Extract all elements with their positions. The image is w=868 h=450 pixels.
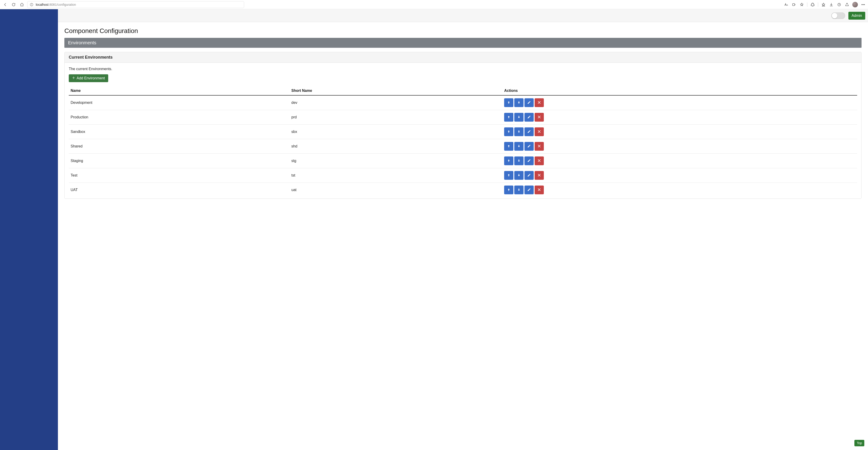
edit-button[interactable] — [524, 127, 534, 136]
card-header: Current Environments — [65, 52, 861, 63]
delete-button-icon — [537, 144, 541, 149]
edit-button[interactable] — [524, 156, 534, 165]
svg-point-7 — [863, 4, 863, 5]
cell-short-name: sbx — [289, 125, 502, 139]
card-body: The current Environments. Add Environmen… — [65, 63, 861, 199]
edit-button[interactable] — [524, 98, 534, 107]
edit-button[interactable] — [524, 171, 534, 180]
delete-button[interactable] — [535, 156, 544, 165]
text-size-icon[interactable] — [783, 2, 788, 7]
svg-point-8 — [864, 4, 865, 5]
extensions-icon[interactable] — [810, 2, 815, 7]
move-up-button[interactable] — [504, 171, 514, 180]
mode-toggle[interactable] — [831, 12, 845, 19]
toolbar-separator — [807, 3, 807, 7]
app-header: Admin — [58, 9, 868, 22]
browser-chrome: localhost:8081/configuration — [0, 0, 868, 9]
toolbar-separator — [818, 3, 818, 7]
delete-button[interactable] — [535, 171, 544, 180]
table-row: UATuat — [69, 183, 857, 197]
move-up-button-icon — [507, 159, 510, 163]
move-up-button[interactable] — [504, 142, 514, 151]
edit-button[interactable] — [524, 185, 534, 194]
move-up-button-icon — [507, 115, 510, 120]
column-header-name: Name — [69, 86, 289, 95]
move-up-button[interactable] — [504, 185, 514, 194]
cell-actions — [502, 183, 857, 197]
read-aloud-icon[interactable] — [792, 2, 797, 7]
move-up-button-icon — [507, 100, 510, 105]
cell-short-name: dev — [289, 95, 502, 110]
move-up-button-icon — [507, 144, 510, 149]
move-down-button[interactable] — [514, 127, 524, 136]
browser-toolbar-right — [783, 2, 866, 7]
scroll-to-top-button[interactable]: Top — [855, 440, 864, 446]
share-icon[interactable] — [844, 2, 849, 7]
delete-button-icon — [537, 188, 541, 192]
section-header-environments: Environments — [64, 38, 862, 48]
table-row: Testtst — [69, 168, 857, 183]
toggle-knob — [832, 13, 837, 19]
move-up-button-icon — [507, 130, 510, 134]
delete-button[interactable] — [535, 113, 544, 122]
favorite-star-icon[interactable] — [799, 2, 804, 7]
edit-button-icon — [527, 115, 531, 120]
move-down-button-icon — [517, 100, 521, 105]
back-button[interactable] — [2, 2, 8, 8]
app-root: Admin Component Configuration Environmen… — [0, 9, 868, 450]
move-up-button[interactable] — [504, 113, 514, 122]
svg-rect-3 — [793, 3, 795, 5]
edit-button[interactable] — [524, 142, 534, 151]
move-up-button[interactable] — [504, 98, 514, 107]
delete-button-icon — [537, 173, 541, 178]
move-down-button[interactable] — [514, 98, 524, 107]
cell-short-name: stg — [289, 154, 502, 168]
table-row: Stagingstg — [69, 154, 857, 168]
move-down-button[interactable] — [514, 171, 524, 180]
favorites-list-icon[interactable] — [821, 2, 826, 7]
move-up-button[interactable] — [504, 127, 514, 136]
move-down-button[interactable] — [514, 113, 524, 122]
table-row: Sharedshd — [69, 139, 857, 154]
delete-button[interactable] — [535, 98, 544, 107]
home-button[interactable] — [19, 2, 25, 8]
cell-name: Sandbox — [69, 125, 289, 139]
move-down-button[interactable] — [514, 156, 524, 165]
site-info-icon[interactable] — [30, 3, 33, 6]
add-environment-button[interactable]: Add Environment — [69, 74, 108, 82]
main-column: Admin Component Configuration Environmen… — [58, 9, 868, 450]
downloads-icon[interactable] — [829, 2, 834, 7]
environments-table: Name Short Name Actions DevelopmentdevPr… — [69, 86, 857, 197]
edit-button-icon — [527, 144, 531, 149]
edit-button-icon — [527, 188, 531, 192]
move-up-button[interactable] — [504, 156, 514, 165]
delete-button[interactable] — [535, 127, 544, 136]
move-down-button[interactable] — [514, 185, 524, 194]
profile-avatar[interactable] — [852, 2, 858, 7]
environments-card: Current Environments The current Environ… — [64, 52, 862, 199]
address-bar[interactable]: localhost:8081/configuration — [27, 1, 244, 8]
cell-short-name: uat — [289, 183, 502, 197]
cell-actions — [502, 154, 857, 168]
url-host: localhost — [36, 3, 49, 6]
delete-button[interactable] — [535, 142, 544, 151]
refresh-button[interactable] — [10, 2, 17, 8]
move-down-button-icon — [517, 115, 521, 120]
table-row: Developmentdev — [69, 95, 857, 110]
move-down-button-icon — [517, 144, 521, 149]
svg-point-6 — [862, 4, 862, 5]
cell-short-name: tst — [289, 168, 502, 183]
more-icon[interactable] — [861, 2, 866, 7]
delete-button[interactable] — [535, 185, 544, 194]
browser-tool-icon[interactable] — [837, 2, 842, 7]
delete-button-icon — [537, 115, 541, 120]
move-down-button[interactable] — [514, 142, 524, 151]
table-row: Productionprd — [69, 110, 857, 125]
admin-button[interactable]: Admin — [848, 12, 865, 20]
edit-button[interactable] — [524, 113, 534, 122]
move-down-button-icon — [517, 130, 521, 134]
card-description: The current Environments. — [69, 67, 857, 71]
url-text: localhost:8081/configuration — [36, 3, 76, 6]
cell-actions — [502, 110, 857, 125]
cell-name: Shared — [69, 139, 289, 154]
